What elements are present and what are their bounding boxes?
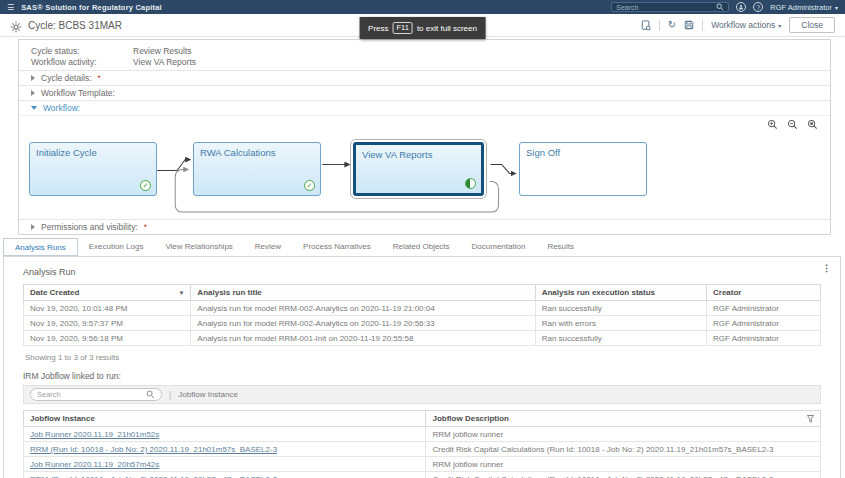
workflow-activity-value: View VA Reports (133, 57, 196, 67)
section-cycle-details[interactable]: Cycle details: * (19, 70, 830, 85)
page-title: Cycle: BCBS 31MAR (28, 20, 122, 31)
analysis-run-heading: Analysis Run (23, 267, 821, 277)
workflow-node-rwa-calculations[interactable]: RWA Calculations ✓ (193, 142, 321, 196)
table-row: RRM (Run Id: 10016 - Job No: 2) 2020.11.… (24, 472, 821, 478)
status-complete-icon: ✓ (140, 180, 151, 191)
jobflow-heading: IRM Jobflow linked to run: (23, 371, 821, 381)
tab-review[interactable]: Review (244, 238, 292, 256)
diagram-toolbar (767, 119, 818, 130)
help-icon[interactable]: ? (753, 2, 763, 12)
app-title: SAS® Solution for Regulatory Capital (21, 3, 162, 12)
jobflow-search-input[interactable] (37, 390, 142, 399)
user-menu[interactable]: RGF Administrator ▾ (770, 3, 838, 12)
view-report-icon[interactable] (641, 20, 651, 31)
chevron-right-icon (31, 224, 35, 230)
table-row[interactable]: Nov 19, 2020, 9:57:37 PM Analysis run fo… (24, 316, 821, 331)
user-avatar-icon[interactable] (736, 2, 746, 12)
divider: | (169, 390, 171, 400)
section-workflow[interactable]: Workflow: (19, 100, 830, 115)
analysis-runs-panel: Analysis Run ⋮ Date Created ▼ Analysis r… (3, 256, 841, 478)
cycle-status-value: Review Results (133, 46, 192, 56)
close-button[interactable]: Close (789, 17, 835, 33)
app-bar: ☰ SAS® Solution for Regulatory Capital ?… (0, 0, 845, 14)
divider (702, 20, 703, 31)
hamburger-menu-icon[interactable]: ☰ (7, 3, 14, 12)
column-header-jobflow-description[interactable]: Jobflow Description (426, 411, 821, 427)
section-workflow-template[interactable]: Workflow Template: (19, 85, 830, 100)
jobflow-instance-link[interactable]: Job Runner 2020.11.19_20h57m42s (30, 460, 159, 469)
tab-bar: Analysis Runs Execution Logs View Relati… (3, 238, 845, 256)
tab-process-narratives[interactable]: Process Narratives (292, 238, 382, 256)
tab-results[interactable]: Results (536, 238, 585, 256)
table-row: RRM (Run Id: 10018 - Job No: 2) 2020.11.… (24, 442, 821, 457)
filter-icon[interactable] (807, 415, 814, 423)
global-search-input[interactable] (616, 4, 716, 11)
section-permissions[interactable]: Permissions and visibility: * (19, 219, 830, 234)
zoom-out-icon[interactable] (787, 119, 798, 130)
history-icon[interactable]: ↻ (668, 20, 676, 30)
global-search[interactable] (611, 2, 729, 12)
save-icon[interactable] (684, 20, 694, 30)
workflow-node-view-va-reports[interactable]: View VA Reports (353, 142, 484, 196)
page-header: Cycle: BCBS 31MAR Press F11 to exit full… (0, 14, 845, 37)
jobflow-instance-link[interactable]: RRM (Run Id: 10018 - Job No: 2) 2020.11.… (30, 445, 277, 454)
tab-related-objects[interactable]: Related Objects (382, 238, 461, 256)
chevron-right-icon (31, 75, 35, 81)
tab-analysis-runs[interactable]: Analysis Runs (3, 238, 78, 256)
cycle-gear-icon[interactable] (10, 19, 22, 31)
f11-key: F11 (393, 22, 413, 34)
jobflow-table: Jobflow Instance Jobflow Description Job… (23, 410, 821, 478)
results-summary: Showing 1 to 3 of 3 results (25, 353, 821, 362)
column-header-title[interactable]: Analysis run title (191, 285, 535, 301)
tab-documentation[interactable]: Documentation (461, 238, 537, 256)
kebab-menu-icon[interactable]: ⋮ (822, 263, 831, 273)
table-row: Job Runner 2020.11.19_20h57m42s RRM jobf… (24, 457, 821, 472)
column-header-status[interactable]: Analysis run execution status (535, 285, 706, 301)
table-row: Job Runner 2020.11.19_21h01m52s RRM jobf… (24, 427, 821, 442)
required-marker: * (98, 73, 101, 83)
cycle-panel: Cycle status: Review Results Workflow ac… (18, 39, 831, 235)
workflow-node-initialize-cycle[interactable]: Initialize Cycle ✓ (29, 142, 157, 196)
tab-view-relationships[interactable]: View Relationships (154, 238, 243, 256)
column-header-creator[interactable]: Creator (707, 285, 821, 301)
chevron-right-icon (31, 90, 35, 96)
chevron-down-icon: ▾ (778, 22, 781, 29)
required-marker: * (144, 222, 147, 232)
zoom-fit-icon[interactable] (807, 119, 818, 130)
jobflow-search-bar: | Jobflow Instance (23, 385, 821, 404)
jobflow-instance-link[interactable]: Job Runner 2020.11.19_21h01m52s (30, 430, 159, 439)
column-header-date-created[interactable]: Date Created ▼ (24, 285, 191, 301)
status-complete-icon: ✓ (304, 180, 315, 191)
chevron-down-icon (31, 106, 37, 110)
jobflow-search[interactable] (30, 388, 162, 401)
divider (659, 20, 660, 31)
jobflow-filter-label: Jobflow Instance (178, 390, 238, 399)
workflow-actions-button[interactable]: Workflow actions ▾ (711, 20, 781, 30)
column-header-jobflow-instance[interactable]: Jobflow Instance (24, 411, 426, 427)
search-icon (146, 390, 155, 399)
search-icon (716, 3, 724, 11)
workflow-node-sign-off[interactable]: Sign Off (519, 142, 647, 196)
table-row[interactable]: Nov 19, 2020, 10:01:48 PM Analysis run f… (24, 301, 821, 316)
sort-desc-icon[interactable]: ▼ (178, 290, 184, 296)
zoom-in-icon[interactable] (767, 119, 778, 130)
fullscreen-tooltip: Press F11 to exit full screen (359, 17, 486, 39)
table-row[interactable]: Nov 19, 2020, 9:56:18 PM Analysis run fo… (24, 331, 821, 346)
analysis-runs-table: Date Created ▼ Analysis run title Analys… (23, 284, 821, 346)
jobflow-instance-link[interactable]: RRM (Run Id: 10016 - Job No: 2) 2020.11.… (30, 475, 277, 478)
tab-execution-logs[interactable]: Execution Logs (78, 238, 155, 256)
cycle-summary: Cycle status: Review Results Workflow ac… (19, 40, 830, 70)
status-in-progress-icon (465, 178, 476, 189)
cycle-status-label: Cycle status: (31, 46, 133, 56)
workflow-diagram: Initialize Cycle ✓ RWA Calculations ✓ Vi… (19, 115, 830, 219)
workflow-activity-label: Workflow activity: (31, 57, 133, 67)
chevron-down-icon: ▾ (835, 4, 838, 11)
